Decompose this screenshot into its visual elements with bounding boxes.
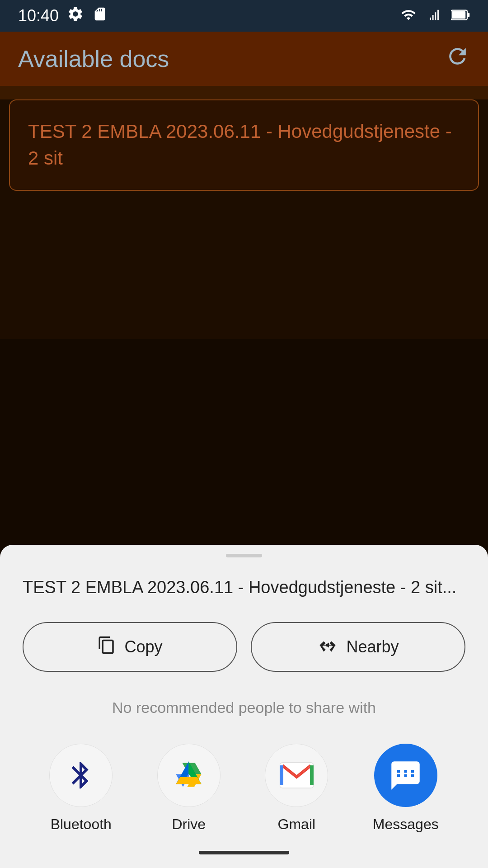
app-title: Available docs: [18, 45, 169, 72]
copy-icon: [97, 636, 116, 659]
main-content: TEST 2 EMBLA 2023.06.11 - Hovedgudstjene…: [0, 99, 488, 868]
refresh-button[interactable]: [445, 44, 470, 74]
sdcard-icon: [92, 5, 108, 26]
svg-marker-18: [310, 765, 314, 785]
doc-card[interactable]: TEST 2 EMBLA 2023.06.11 - Hovedgudstjene…: [9, 99, 479, 191]
drive-app-item[interactable]: Drive: [157, 744, 221, 833]
action-buttons: Copy Nearby: [18, 622, 470, 672]
app-icons-row: Bluetooth: [18, 744, 470, 833]
settings-icon: [67, 5, 84, 26]
drive-label: Drive: [172, 816, 206, 833]
doc-card-title: TEST 2 EMBLA 2023.06.11 - Hovedgudstjene…: [28, 121, 452, 169]
svg-marker-11: [176, 777, 202, 784]
bluetooth-icon-circle: [49, 744, 113, 807]
status-left: 10:40: [18, 5, 108, 26]
messages-label: Messages: [373, 816, 439, 833]
nearby-button[interactable]: Nearby: [251, 622, 465, 672]
nearby-label: Nearby: [346, 637, 399, 656]
svg-marker-17: [280, 765, 283, 785]
copy-button[interactable]: Copy: [23, 622, 237, 672]
bottom-sheet: TEST 2 EMBLA 2023.06.11 - Hovedgudstjene…: [0, 545, 488, 868]
drag-handle: [226, 554, 262, 557]
copy-label: Copy: [124, 637, 162, 656]
status-bar: 10:40: [0, 0, 488, 32]
messages-app-item[interactable]: Messages: [373, 744, 439, 833]
bluetooth-app-item[interactable]: Bluetooth: [49, 744, 113, 833]
home-bar: [199, 851, 289, 854]
battery-icon: [451, 7, 470, 24]
signal-icon: [427, 7, 442, 24]
messages-icon-circle: [374, 744, 437, 807]
svg-rect-2: [452, 11, 465, 19]
gmail-label: Gmail: [278, 816, 316, 833]
gmail-icon-circle: [265, 744, 328, 807]
status-time: 10:40: [18, 6, 59, 25]
nearby-icon: [317, 636, 338, 659]
svg-rect-1: [468, 13, 470, 17]
share-title: TEST 2 EMBLA 2023.06.11 - Hovedgudstjene…: [18, 576, 470, 599]
bluetooth-label: Bluetooth: [51, 816, 112, 833]
no-people-text: No recommended people to share with: [18, 699, 470, 717]
app-header: Available docs: [0, 32, 488, 86]
gmail-app-item[interactable]: Gmail: [265, 744, 328, 833]
drive-icon-circle: [157, 744, 221, 807]
wifi-icon: [399, 7, 418, 24]
status-right: [399, 7, 470, 24]
